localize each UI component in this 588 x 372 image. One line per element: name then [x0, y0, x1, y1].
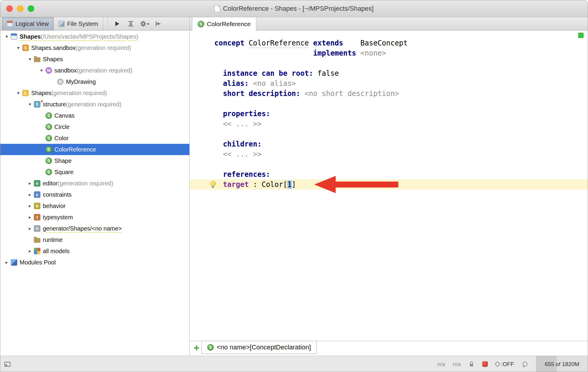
- tree-item-typesystem[interactable]: ▸ttypesystem: [0, 212, 189, 223]
- minimize-button[interactable]: [17, 5, 23, 12]
- event-log-icon[interactable]: [522, 361, 528, 368]
- code-line[interactable]: [214, 159, 588, 169]
- structure-icon: S: [34, 101, 40, 108]
- play-icon[interactable]: [112, 19, 122, 29]
- tree-item-suffix: (generation required): [58, 180, 113, 187]
- tree-item-label: structure: [43, 101, 66, 108]
- bottom-tab-concept-declaration[interactable]: S <no name>[ConceptDeclaration]: [202, 341, 317, 354]
- add-editor-tab-button[interactable]: +: [191, 341, 202, 354]
- tree-item-shapes[interactable]: ▾Shapes (/Users/vaclav/MPSProjects/Shape…: [0, 31, 189, 42]
- code-line[interactable]: properties:: [214, 109, 588, 119]
- intention-bulb-icon[interactable]: [210, 181, 216, 188]
- tree-item-label: Circle: [54, 124, 70, 130]
- code-line[interactable]: << ... >>: [214, 119, 588, 129]
- collapse-arrow-icon[interactable]: ▾: [3, 34, 11, 39]
- code-line[interactable]: short description: <no short description…: [214, 89, 588, 99]
- hide-sidebar-icon[interactable]: [153, 19, 163, 29]
- tab-logical-view[interactable]: Logical View: [2, 17, 54, 30]
- code-token-gray: << ... >>: [223, 150, 262, 158]
- tree-item-circle[interactable]: SCircle: [0, 121, 189, 133]
- code-token-kw: instance can be root:: [223, 69, 313, 78]
- code-line[interactable]: references:: [214, 169, 588, 179]
- code-token: [214, 110, 223, 118]
- expand-arrow-icon[interactable]: ▸: [26, 226, 34, 231]
- code-line[interactable]: children:: [214, 139, 588, 149]
- tab-file-system[interactable]: File System: [54, 17, 103, 30]
- collapse-arrow-icon[interactable]: ▾: [26, 102, 34, 107]
- tree-item-shapes[interactable]: ▾Shapes: [0, 53, 189, 65]
- code-token: [300, 89, 304, 98]
- tree-item-generator-shapes-no-name[interactable]: ▸Ggenerator/Shapes/<no name>: [0, 223, 189, 234]
- inspection-status-indicator[interactable]: [578, 33, 584, 38]
- collapse-arrow-icon[interactable]: ▾: [37, 68, 45, 73]
- editor-pane[interactable]: concept ColorReference extends BaseConce…: [190, 31, 588, 341]
- tree-item-constraints[interactable]: ▸cconstraints: [0, 189, 189, 200]
- settings-gear-icon[interactable]: ▾: [139, 19, 150, 29]
- code-token: [356, 49, 360, 57]
- code-token: [309, 39, 313, 47]
- expand-arrow-icon[interactable]: ▸: [26, 192, 34, 197]
- code-line[interactable]: alias: <no alias>: [214, 78, 588, 89]
- tree-item-all-models[interactable]: ▸all models: [0, 245, 189, 257]
- code-token: [214, 140, 223, 148]
- tree-item-label: runtime: [43, 237, 63, 243]
- tree-item-shapes-sandbox[interactable]: ▾SShapes.sandbox (generation required): [0, 42, 189, 53]
- tree-item-label: Shapes: [43, 56, 63, 63]
- memory-indicator[interactable]: 655 of 1820M: [536, 356, 588, 372]
- zoom-button[interactable]: [28, 5, 34, 12]
- tree-item-label: Color: [54, 135, 69, 142]
- project-tool-window: Logical View File System ▾: [0, 17, 190, 356]
- code-token: [214, 79, 223, 88]
- tree-item-runtime[interactable]: runtime: [0, 234, 189, 245]
- expand-arrow-icon[interactable]: ▸: [26, 203, 34, 209]
- tree-item-shapes[interactable]: ▾LShapes (generation required): [0, 87, 189, 99]
- tree-item-behavior[interactable]: ▸bbehavior: [0, 200, 189, 212]
- expand-arrow-icon[interactable]: ▸: [3, 260, 11, 265]
- code-token: :: [249, 180, 262, 189]
- lock-icon[interactable]: [468, 361, 474, 367]
- code-token-kw: properties:: [223, 110, 270, 118]
- expand-arrow-icon[interactable]: ▸: [26, 248, 34, 254]
- editor-tab-colorreference[interactable]: S ColorReference: [192, 17, 256, 31]
- close-button[interactable]: [6, 5, 13, 12]
- code-token-kw: references:: [223, 170, 270, 179]
- tree-item-modules-pool[interactable]: ▸Modules Pool: [0, 257, 189, 268]
- typesystem-icon: t: [34, 214, 40, 220]
- code-line[interactable]: << ... >>: [214, 149, 588, 159]
- code-token: [313, 69, 317, 78]
- code-line[interactable]: [214, 58, 588, 68]
- code-line[interactable]: instance can be root: false: [214, 68, 588, 78]
- code-line[interactable]: [214, 99, 588, 109]
- tree-item-editor[interactable]: ▸eeditor (generation required): [0, 178, 189, 189]
- collapse-arrow-icon[interactable]: ▾: [26, 56, 34, 62]
- tree-item-canvas[interactable]: SCanvas: [0, 110, 189, 121]
- statusbar-widgets: n/a n/a :OFF 655 of 1820M: [437, 356, 588, 372]
- expand-arrow-icon[interactable]: ▸: [26, 215, 34, 220]
- tree-item-label: MyDrawing: [66, 78, 96, 85]
- toolbar-actions: ▾: [112, 17, 163, 30]
- scroll-to-source-icon[interactable]: [125, 19, 136, 29]
- hector-inspector-icon[interactable]: [482, 361, 488, 367]
- tree-item-label: Shapes.sandbox: [31, 45, 76, 51]
- annotation-arrow: [314, 176, 399, 193]
- tree-item-mydrawing[interactable]: NMyDrawing: [0, 76, 189, 87]
- behavior-icon: b: [34, 203, 40, 209]
- bottom-tab-label: <no name>[ConceptDeclaration]: [217, 343, 311, 351]
- trace-toggle[interactable]: :OFF: [496, 361, 514, 368]
- code-line[interactable]: [214, 129, 588, 139]
- tree-item-sandbox[interactable]: ▾Msandbox (generation required): [0, 65, 189, 76]
- collapse-arrow-icon[interactable]: ▾: [14, 45, 22, 51]
- tree-item-suffix: (generation required): [77, 67, 133, 74]
- tree-item-color[interactable]: SColor: [0, 133, 189, 144]
- tree-item-structure[interactable]: ▾Sstructure (generation required): [0, 99, 189, 110]
- app-window: ColorReference - Shapes - [~/MPSProjects…: [0, 0, 588, 372]
- code-token: [214, 150, 223, 158]
- toolwindow-toggle-icon[interactable]: [4, 361, 11, 368]
- code-line[interactable]: implements <none>: [214, 48, 588, 58]
- tree-item-shape[interactable]: SShape: [0, 155, 189, 166]
- tree-item-square[interactable]: SSquare: [0, 166, 189, 178]
- expand-arrow-icon[interactable]: ▸: [26, 181, 34, 186]
- tree-item-colorreference[interactable]: SColorReference: [0, 144, 189, 155]
- collapse-arrow-icon[interactable]: ▾: [14, 90, 22, 96]
- code-line[interactable]: concept ColorReference extends BaseConce…: [214, 38, 588, 48]
